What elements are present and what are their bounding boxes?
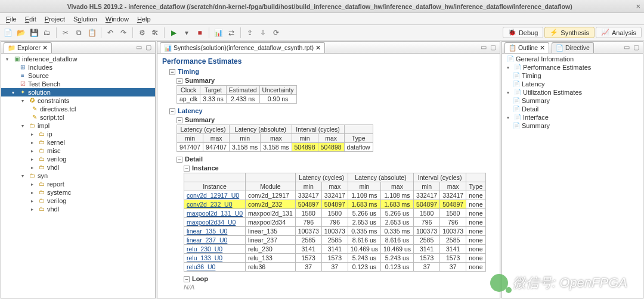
saveall-icon[interactable]: 🗂 (42, 27, 52, 38)
outline-item[interactable]: 📄Summary (502, 122, 643, 130)
window-title: Vivado HLS 2019.2 - inference_dataflow (… (4, 3, 636, 10)
editor-panel: 📊 Synthesis(solution)(inference_dataflow… (157, 41, 500, 298)
table-row: conv2d_12917_U0conv2d_129173324173324171… (184, 191, 486, 200)
outline-item[interactable]: 📄General Information (502, 55, 643, 63)
detail-section[interactable]: −Detail (177, 155, 495, 163)
instance-link[interactable]: linear_135_U0 (187, 228, 227, 235)
tree-folder[interactable]: ▸🗀report (1, 180, 155, 188)
report-tab[interactable]: 📊 Synthesis(solution)(inference_dataflow… (160, 42, 325, 53)
tree-file[interactable]: ✎script.tcl (1, 113, 155, 122)
outline-item[interactable]: 📄Summary (502, 96, 643, 105)
instance-link[interactable]: conv2d_12917_U0 (187, 192, 239, 199)
loop-section[interactable]: −Loop (184, 275, 495, 282)
instance-link[interactable]: conv2d_232_U0 (187, 201, 232, 208)
title-bar: Vivado HLS 2019.2 - inference_dataflow (… (0, 0, 644, 13)
outline-item[interactable]: 📄Timing (502, 71, 643, 80)
menu-edit[interactable]: Edit (21, 14, 40, 24)
outline-item[interactable]: 📄Latency (502, 80, 643, 88)
instance-link[interactable]: linear_237_U0 (187, 236, 227, 244)
latency-section[interactable]: −Latency (169, 107, 495, 114)
tree-folder[interactable]: ▸🗀vhdl (1, 205, 155, 213)
directive-tab[interactable]: 📄 Directive (552, 42, 594, 53)
menu-solution[interactable]: Solution (70, 14, 101, 24)
tree-item[interactable]: ▾✪constraints (1, 96, 155, 105)
undo-icon[interactable]: ↶ (105, 27, 116, 38)
cfg-icon[interactable]: 🛠 (150, 27, 160, 38)
tree-folder[interactable]: ▸🗀misc (1, 147, 155, 155)
tree-folder[interactable]: ▸🗀verilog (1, 155, 155, 163)
tree-item[interactable]: ⊞Includes (1, 63, 155, 71)
tree-folder[interactable]: ▸🗀ip (1, 130, 155, 138)
timing-table: ClockTargetEstimatedUncertainty ap_clk3.… (177, 85, 297, 104)
menu-window[interactable]: Window (102, 14, 132, 24)
explorer-tab[interactable]: 📁 Explorer ✕ (4, 42, 52, 53)
table-row: relu36_U0relu3637370.123 us0.123 us3737n… (184, 263, 486, 272)
table-row: linear_135_U0linear_1351003731003730.335… (184, 227, 486, 236)
tree-item[interactable]: ▾🗀impl (1, 122, 155, 130)
open-icon[interactable]: 📂 (16, 27, 26, 38)
maximize-icon[interactable]: ▢ (632, 43, 640, 52)
maximize-icon[interactable]: ▢ (489, 43, 497, 52)
table-row: conv2d_232_U0conv2d_2325048975048971.683… (184, 200, 486, 209)
instance-link[interactable]: maxpool2d_131_U0 (187, 210, 243, 217)
tree-root[interactable]: ▾▣inference_dataflow (1, 55, 155, 63)
refresh-icon[interactable]: ⟳ (271, 27, 281, 38)
perspective-debug[interactable]: 🐞Debug (503, 27, 543, 38)
loop-na: N/A (184, 284, 495, 291)
table-row: linear_237_U0linear_237258525858.616 us8… (184, 236, 486, 245)
tree-item[interactable]: ≡Source (1, 71, 155, 80)
tree-folder[interactable]: ▸🗀verilog (1, 197, 155, 205)
redo-icon[interactable]: ↷ (118, 27, 129, 38)
minimize-icon[interactable]: ▭ (479, 43, 488, 52)
outline-item[interactable]: ▾📄Interface (502, 113, 643, 122)
export-icon[interactable]: ⇪ (244, 27, 255, 38)
perspective-switcher: 🐞Debug ⚡Synthesis 📈Analysis (503, 27, 642, 38)
table-row: maxpool2d_131_U0maxpool2d_131158015805.2… (184, 209, 486, 218)
chart-icon[interactable]: 📊 (213, 27, 224, 38)
run-icon[interactable]: ▶ (168, 27, 179, 38)
timing-section[interactable]: −Timing (169, 68, 495, 75)
summary-section[interactable]: −Summary (177, 77, 495, 84)
perspective-analysis[interactable]: 📈Analysis (596, 27, 642, 38)
menu-project[interactable]: Project (41, 14, 69, 24)
tree-folder[interactable]: ▸🗀kernel (1, 138, 155, 147)
tree-folder[interactable]: ▸🗀systemc (1, 188, 155, 197)
chevron-down-icon[interactable]: ▾ (181, 27, 192, 38)
tree-item[interactable]: ☑Test Bench (1, 80, 155, 88)
tree-item[interactable]: ▾🗀syn (1, 172, 155, 180)
build-icon[interactable]: ⚙ (137, 27, 147, 38)
tree-item-solution[interactable]: ▾✦solution (1, 88, 155, 96)
tree-file[interactable]: ✎directives.tcl (1, 105, 155, 113)
minimize-icon[interactable]: ▭ (623, 43, 631, 52)
outline-tab[interactable]: 📋 Outline ✕ (504, 42, 549, 53)
stop-icon[interactable]: ■ (194, 27, 205, 38)
new-icon[interactable]: 📄 (2, 27, 13, 38)
instance-section[interactable]: −Instance (184, 164, 495, 172)
outline-panel: 📋 Outline ✕ 📄 Directive ▭▢ 📄General Info… (501, 41, 643, 298)
close-icon[interactable]: × (636, 2, 640, 11)
table-row: maxpool2d34_U0maxpool2d347967962.653 us2… (184, 218, 486, 227)
paste-icon[interactable]: 📋 (86, 27, 97, 38)
tree-folder[interactable]: ▸🗀vhdl (1, 163, 155, 172)
instance-table: Latency (cycles)Latency (absolute)Interv… (184, 173, 486, 272)
close-icon[interactable]: ▢ (144, 43, 153, 52)
instance-link[interactable]: relu36_U0 (187, 263, 215, 270)
instance-link[interactable]: relu_133_U0 (187, 254, 222, 261)
summary-section[interactable]: −Summary (177, 116, 495, 123)
perspective-synthesis[interactable]: ⚡Synthesis (544, 27, 595, 38)
instance-link[interactable]: maxpool2d34_U0 (187, 219, 236, 226)
toolbar: 📄 📂 💾 🗂 ✂ ⧉ 📋 ↶ ↷ ⚙ 🛠 ▶ ▾ ■ 📊 ⇄ ⇪ ⇩ ⟳ 🐞D… (0, 25, 644, 41)
outline-tree: 📄General Information ▾📄Performance Estim… (502, 54, 643, 298)
minimize-icon[interactable]: ▭ (135, 43, 143, 52)
menu-help[interactable]: Help (134, 14, 154, 24)
copy-icon[interactable]: ⧉ (73, 27, 84, 38)
cut-icon[interactable]: ✂ (60, 27, 71, 38)
save-icon[interactable]: 💾 (29, 27, 39, 38)
outline-item[interactable]: ▾📄Performance Estimates (502, 63, 643, 71)
import-icon[interactable]: ⇩ (258, 27, 268, 38)
compare-icon[interactable]: ⇄ (226, 27, 237, 38)
instance-link[interactable]: relu_230_U0 (187, 245, 222, 253)
outline-item[interactable]: ▾📄Utilization Estimates (502, 88, 643, 96)
outline-item[interactable]: 📄Detail (502, 105, 643, 113)
menu-file[interactable]: File (2, 14, 20, 24)
